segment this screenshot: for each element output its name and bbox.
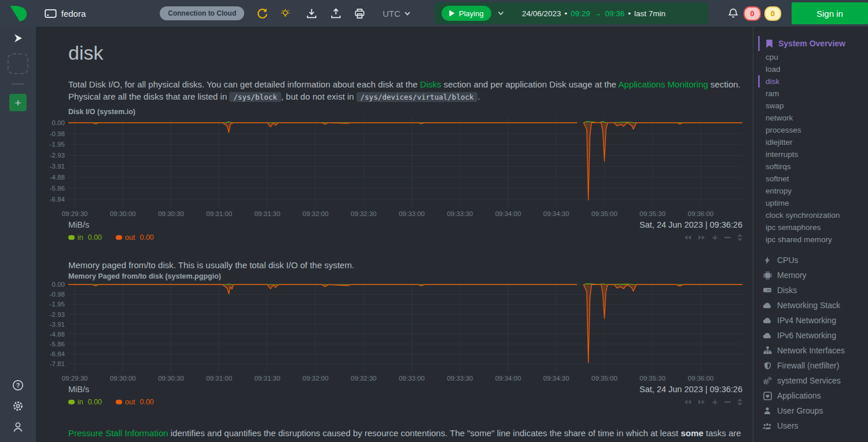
pan-forward-icon[interactable] (698, 235, 705, 240)
zoom-in-icon[interactable] (712, 399, 718, 406)
sidebar-section-cpus[interactable]: CPUs (753, 253, 868, 268)
sidebar-item-processes[interactable]: processes (753, 124, 868, 136)
legend-dot-in (68, 235, 75, 240)
profile-icon[interactable] (11, 420, 25, 434)
sidebar-item-softirqs[interactable]: softirqs (753, 160, 868, 173)
svg-text:09:32:00: 09:32:00 (303, 210, 329, 217)
psi-description: Pressure Stall Information identifies an… (68, 427, 742, 442)
warning-alerts-badge[interactable]: 0 (764, 6, 781, 21)
critical-alerts-badge[interactable]: 0 (744, 6, 760, 21)
pressure-stall-information-link[interactable]: Pressure Stall Information (68, 428, 168, 438)
svg-text:09:30:00: 09:30:00 (110, 210, 136, 217)
sidebar-item-clock-synchronization[interactable]: clock synchronization (753, 209, 868, 221)
sign-in-button[interactable]: Sign in (792, 2, 868, 24)
sys-devices-virtual-block-path: /sys/devices/virtual/block (356, 92, 478, 102)
resize-icon[interactable] (737, 399, 742, 406)
users-icon (763, 421, 772, 430)
applications-monitoring-link[interactable]: Applications Monitoring (619, 79, 708, 89)
system-overview-list: cpuloaddiskramswapnetworkprocessesidleji… (753, 51, 868, 246)
upload-icon[interactable] (330, 8, 341, 19)
sidebar-item-network[interactable]: network (753, 112, 868, 124)
sidebar-section-systemd-services[interactable]: systemd Services (753, 373, 868, 388)
settings-gear-icon[interactable] (11, 399, 25, 413)
netdata-logo[interactable] (7, 3, 30, 24)
space-placeholder[interactable] (8, 53, 28, 74)
legend-in[interactable]: in0.00 (68, 233, 102, 242)
zoom-in-icon[interactable] (712, 235, 718, 241)
time-range[interactable]: 24/06/2023 • 09:29 → 09:36 • last 7min (522, 9, 683, 18)
sidebar-header-system-overview[interactable]: System Overview (758, 36, 868, 51)
node-icon (45, 9, 57, 19)
sidebar-section-ipv6-networking[interactable]: IPv6 Networking (753, 328, 868, 343)
news-bulb-icon[interactable] (280, 8, 291, 19)
page-title: disk (68, 42, 752, 64)
play-icon (449, 10, 455, 17)
sections-list: CPUsMemoryDisksNetworking StackIPv4 Netw… (753, 253, 868, 433)
sidebar-item-disk[interactable]: disk (758, 75, 868, 87)
sidebar-item-entropy[interactable]: entropy (753, 185, 868, 197)
sidebar-item-softnet[interactable]: softnet (753, 173, 868, 185)
chart-units: MiB/s (68, 385, 89, 394)
cloud-icon (763, 301, 772, 310)
sidebar-item-ipc-shared-memory[interactable]: ipc shared memory (753, 233, 868, 246)
download-icon[interactable] (306, 8, 317, 19)
section-label: IPv6 Networking (777, 331, 836, 340)
help-icon[interactable]: ? (11, 378, 25, 392)
pan-backward-icon[interactable] (684, 235, 692, 240)
sidebar-section-firewall-netfilter-[interactable]: Firewall (netfilter) (753, 358, 868, 373)
sidebar-item-uptime[interactable]: uptime (753, 197, 868, 209)
svg-text:09:32:00: 09:32:00 (303, 375, 329, 382)
zoom-out-icon[interactable] (724, 236, 731, 239)
notifications-bell-icon[interactable] (727, 8, 739, 20)
legend-dot-out (116, 400, 122, 404)
section-label: Network Interfaces (777, 346, 845, 355)
sidebar-section-user-groups[interactable]: User Groups (753, 403, 868, 418)
time-from: 09:29 (571, 9, 590, 18)
chart-title: Disk I/O (system.io) (68, 108, 752, 116)
pan-forward-icon[interactable] (698, 399, 705, 405)
time-to: 09:36 (605, 9, 625, 18)
svg-text:09:35:30: 09:35:30 (639, 375, 665, 382)
pan-backward-icon[interactable] (684, 399, 692, 405)
svg-text:09:33:30: 09:33:30 (447, 375, 473, 382)
node-selector[interactable]: fedora (45, 9, 86, 19)
sidebar-section-networking-stack[interactable]: Networking Stack (753, 298, 868, 313)
sidebar-item-ipc-semaphores[interactable]: ipc semaphores (753, 221, 868, 233)
expand-sidebar-icon[interactable] (12, 32, 24, 44)
sidebar-section-disks[interactable]: Disks (753, 283, 868, 298)
legend-out[interactable]: out0.00 (116, 233, 154, 242)
resize-icon[interactable] (737, 234, 742, 241)
svg-text:09:31:30: 09:31:30 (255, 375, 281, 382)
sidebar-item-idlejitter[interactable]: idlejitter (753, 136, 868, 148)
section-description: Total Disk I/O, for all physical disks. … (68, 78, 742, 103)
sidebar-section-memory[interactable]: Memory (753, 268, 868, 283)
sidebar-section-users[interactable]: Users (753, 418, 868, 433)
playing-dropdown-caret[interactable] (498, 12, 503, 15)
disks-link[interactable]: Disks (420, 79, 442, 89)
legend-in[interactable]: in0.00 (68, 398, 102, 406)
playing-button[interactable]: Playing (442, 6, 491, 21)
svg-text:09:31:30: 09:31:30 (255, 210, 281, 217)
sidebar-section-network-interfaces[interactable]: Network Interfaces (753, 343, 868, 358)
add-space-button[interactable]: + (9, 94, 27, 111)
sidebar-section-applications[interactable]: Applications (753, 388, 868, 403)
section-label: systemd Services (777, 376, 841, 385)
disks-icon (763, 286, 772, 295)
timezone-selector[interactable]: UTC (382, 9, 410, 19)
disk-io-chart[interactable]: 09:29:3009:30:0009:30:3009:31:0009:31:30… (46, 117, 742, 220)
sidebar-item-ram[interactable]: ram (753, 87, 868, 100)
refresh-icon[interactable] (257, 8, 268, 19)
arrow-right-icon: → (594, 9, 602, 18)
svg-text:09:30:30: 09:30:30 (158, 210, 184, 217)
sidebar-section-ipv4-networking[interactable]: IPv4 Networking (753, 313, 868, 328)
sidebar-item-interrupts[interactable]: interrupts (753, 148, 868, 160)
legend-out[interactable]: out0.00 (116, 398, 154, 406)
zoom-out-icon[interactable] (724, 401, 731, 403)
cloud-connection-badge[interactable]: Connection to Cloud (160, 6, 244, 20)
sidebar-item-cpu[interactable]: cpu (753, 51, 868, 63)
svg-text:09:30:00: 09:30:00 (110, 375, 136, 382)
sidebar-item-swap[interactable]: swap (753, 100, 868, 112)
print-icon[interactable] (354, 8, 365, 19)
memory-paged-chart[interactable]: 09:29:3009:30:0009:30:3009:31:0009:31:30… (46, 282, 742, 385)
sidebar-item-load[interactable]: load (753, 63, 868, 75)
